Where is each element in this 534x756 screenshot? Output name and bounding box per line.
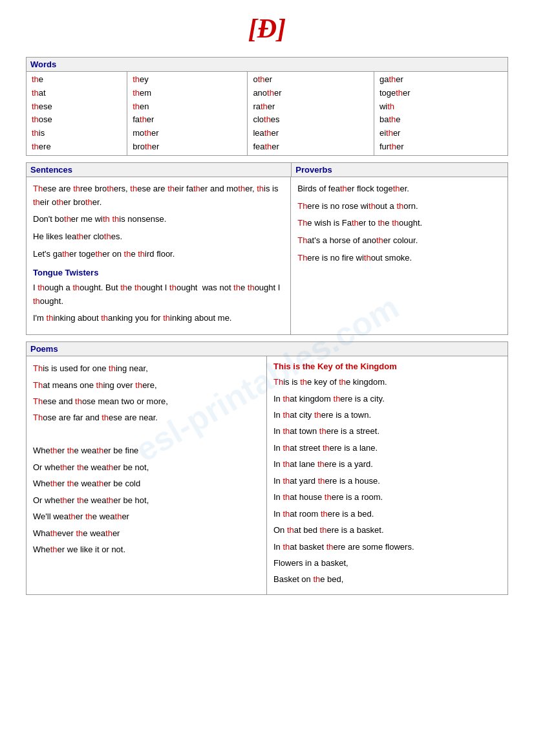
poem-line: In that lane there is a yard. bbox=[273, 457, 501, 471]
sentences-label: Sentences bbox=[26, 162, 291, 177]
poem-line: That means one thing over there, bbox=[33, 378, 260, 392]
words-table: the that these those this there they the… bbox=[26, 71, 508, 156]
th-span: th bbox=[264, 128, 272, 138]
poem-line: Whether the weather be fine bbox=[33, 444, 260, 457]
th-span: th bbox=[261, 102, 268, 111]
th-span: th bbox=[145, 142, 152, 151]
words-section: Words the that these those this there th bbox=[26, 57, 508, 156]
poem-line: Whether the weather be cold bbox=[33, 477, 260, 490]
th-span: th bbox=[264, 114, 271, 124]
poem-line: Flowers in a basket, bbox=[273, 556, 501, 570]
words-col-1: the that these those this there bbox=[27, 72, 127, 156]
proverbs-col: Birds of feather flock together. There i… bbox=[291, 177, 507, 334]
poems-label: Poems bbox=[27, 342, 507, 356]
proverb-4: That's a horse of another colour. bbox=[297, 234, 501, 248]
poem-line: In that kingdom there is a city. bbox=[273, 392, 501, 405]
table-row: the that these those this there they the… bbox=[27, 72, 508, 156]
th-span: th bbox=[389, 114, 396, 124]
poem-line: Or whether the weather be hot, bbox=[33, 493, 260, 507]
poem-line: Whether we like it or not. bbox=[33, 543, 260, 556]
words-col-2: they them then father mother brother bbox=[127, 72, 248, 156]
lower-header: Sentences Proverbs bbox=[26, 162, 508, 177]
poem-line: In that city there is a town. bbox=[273, 408, 501, 422]
proverb-1: Birds of feather flock together. bbox=[297, 182, 501, 196]
poem-spacer bbox=[33, 427, 260, 441]
words-label: Words bbox=[26, 57, 508, 71]
tongue-twister-1: I though a thought. But the thought I th… bbox=[33, 281, 284, 308]
sentence-4: Let's gather together on the third floor… bbox=[33, 248, 284, 261]
poem-line: On that bed there is a basket. bbox=[273, 523, 501, 537]
poem-line: Or whether the weather be not, bbox=[33, 460, 260, 474]
proverbs-label: Proverbs bbox=[291, 162, 508, 177]
poem-line: In that yard there is a house. bbox=[273, 474, 501, 488]
poem-right: This is the Key of the Kingdom This is t… bbox=[267, 356, 507, 594]
poem-left: This is used for one thing near, That me… bbox=[27, 356, 267, 594]
poem-line: Whathever the weather bbox=[33, 526, 260, 540]
th-span: th bbox=[387, 102, 394, 111]
words-col-3: other another rather clothes leather fea… bbox=[248, 72, 374, 156]
page-title: [Đ] bbox=[26, 13, 508, 44]
words-col-4: gather together with bathe either furthe… bbox=[374, 72, 507, 156]
th-span: th bbox=[396, 88, 403, 98]
poem-line: These and those mean two or more, bbox=[33, 394, 260, 408]
poems-body: This is used for one thing near, That me… bbox=[27, 356, 507, 594]
sentences-proverbs-section: These are three brothers, these are thei… bbox=[26, 177, 508, 335]
th-span: th bbox=[133, 88, 140, 98]
poem-line: In that town there is a street. bbox=[273, 424, 501, 438]
th-span: th bbox=[140, 114, 147, 124]
sentence-2: Don't bother me with this nonsense. bbox=[33, 213, 284, 226]
poem-line: In that basket there are some flowers. bbox=[273, 540, 501, 554]
th-span: th bbox=[32, 142, 39, 151]
th-span: th bbox=[32, 88, 39, 98]
th-span: th bbox=[264, 142, 272, 151]
th-span: th bbox=[32, 114, 39, 124]
poem-line: In that house there is a room. bbox=[273, 490, 501, 504]
th-span: th bbox=[267, 88, 274, 98]
poem-line: We'll weather the weather bbox=[33, 510, 260, 523]
sentences-col: These are three brothers, these are thei… bbox=[27, 177, 291, 334]
poem-line: In that street there is a lane. bbox=[273, 441, 501, 455]
proverb-5: There is no fire without smoke. bbox=[297, 252, 501, 265]
poem-line: This is used for one thing near, bbox=[33, 362, 260, 375]
poems-section: Poems This is used for one thing near, T… bbox=[26, 341, 508, 595]
poem-line: Those are far and these are near. bbox=[33, 411, 260, 424]
th-span: th bbox=[386, 128, 393, 138]
th-span: th bbox=[258, 74, 265, 84]
th-span: th bbox=[32, 128, 39, 138]
tongue-twisters-label: Tongue Twisters bbox=[33, 268, 284, 277]
poem-line: This is the key of the kingdom. bbox=[273, 375, 501, 389]
tongue-twister-2: I'm thinking about thanking you for thin… bbox=[33, 312, 284, 325]
th-span: th bbox=[389, 142, 396, 151]
proverb-2: There is no rose without a thorn. bbox=[297, 200, 501, 213]
poem-line: Basket on the bed, bbox=[273, 572, 501, 586]
th-span: th bbox=[133, 74, 140, 84]
proverb-3: The wish is Father to the thought. bbox=[297, 217, 501, 230]
th-span: th bbox=[389, 74, 396, 84]
th-span: th bbox=[144, 128, 151, 138]
th-span: th bbox=[133, 102, 140, 111]
sentence-3: He likes leather clothes. bbox=[33, 230, 284, 244]
th-span: th bbox=[32, 102, 39, 111]
sentence-1: These are three brothers, these are thei… bbox=[33, 182, 284, 210]
kingdom-poem-title: This is the Key of the Kingdom bbox=[273, 362, 501, 371]
poem-line: In that room there is a bed. bbox=[273, 507, 501, 521]
th-span: th bbox=[32, 74, 39, 84]
